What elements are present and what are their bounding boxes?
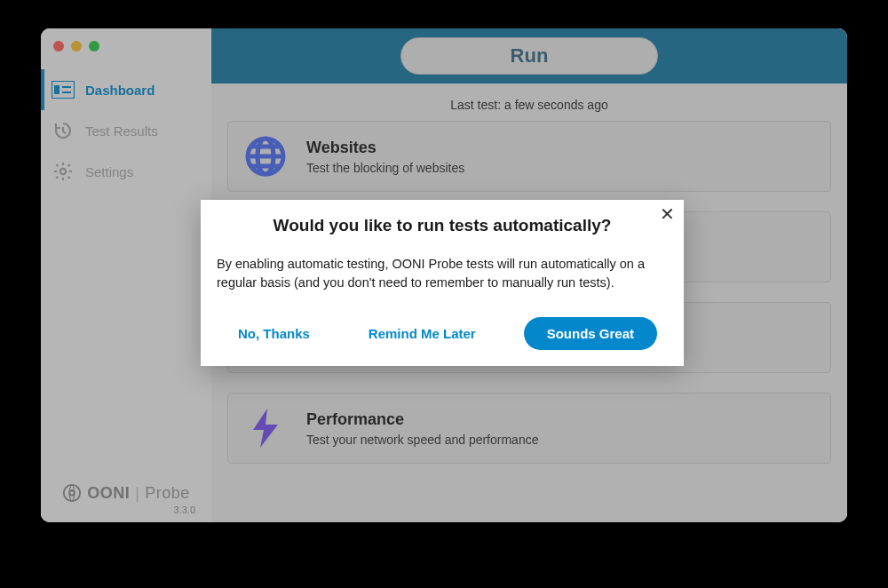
app-window: Dashboard Test Results Settings OONI (41, 28, 847, 522)
modal-title: Would you like to run tests automaticall… (213, 216, 671, 235)
close-icon[interactable]: ✕ (660, 205, 675, 223)
remind-later-button[interactable]: Remind Me Later (358, 317, 487, 350)
modal-body: By enabling automatic testing, OONI Prob… (213, 255, 671, 292)
no-thanks-button[interactable]: No, Thanks (227, 317, 321, 350)
autotest-modal: ✕ Would you like to run tests automatica… (201, 200, 684, 366)
modal-actions: No, Thanks Remind Me Later Sounds Great (213, 317, 671, 350)
sounds-great-button[interactable]: Sounds Great (524, 317, 657, 350)
